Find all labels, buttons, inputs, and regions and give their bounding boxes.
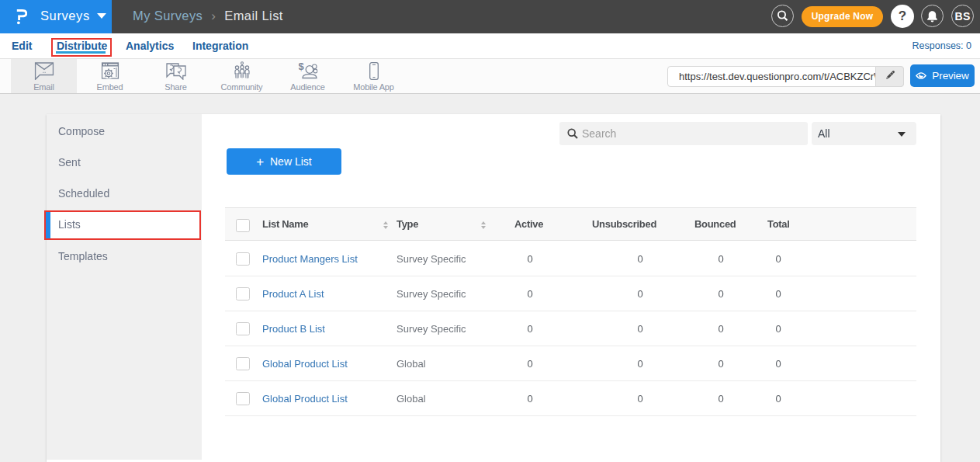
svg-text:$: $ xyxy=(298,61,304,72)
